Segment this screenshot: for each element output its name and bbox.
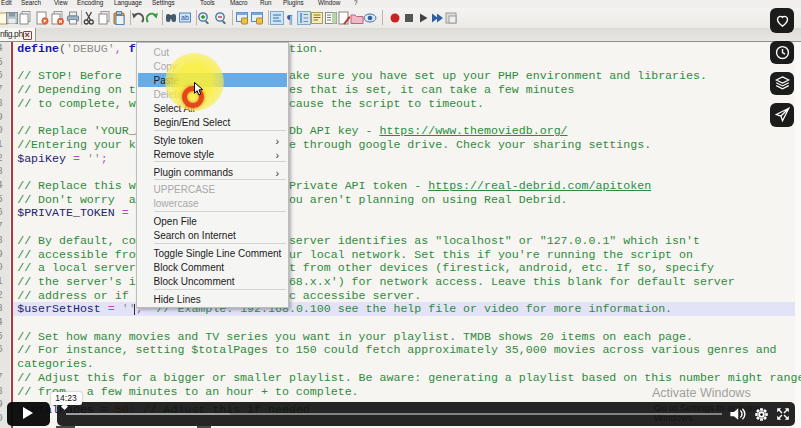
svg-text:ab: ab: [181, 14, 189, 21]
svg-text:¶: ¶: [287, 11, 293, 25]
